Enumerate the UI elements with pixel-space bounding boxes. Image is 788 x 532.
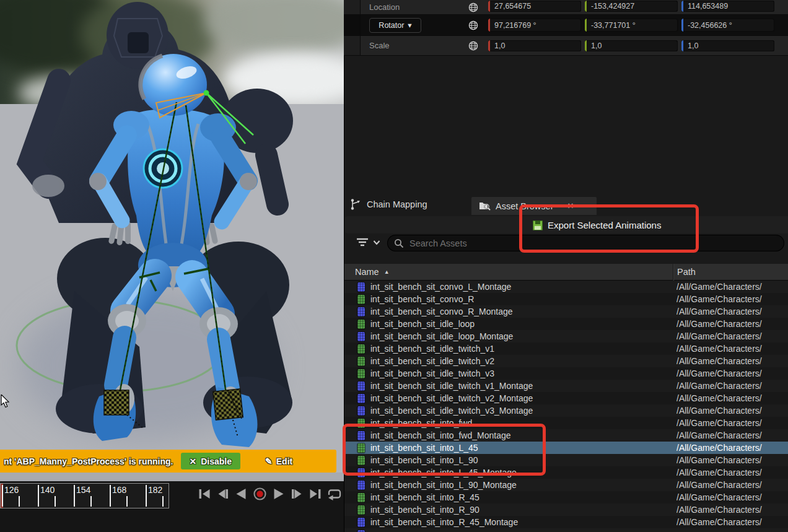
asset-row[interactable]: int_sit_bench_sit_into_R_45/All/Game/Cha… — [344, 491, 788, 504]
asset-path: /All/Game/Characters/ — [676, 430, 788, 440]
animation-montage-icon — [357, 406, 365, 416]
asset-path: /All/Game/Characters/ — [676, 480, 788, 490]
timeline-tick — [2, 485, 3, 507]
asset-row[interactable]: int_sit_bench_sit_into_fwd_Montage/All/G… — [344, 429, 788, 442]
animation-montage-icon — [357, 307, 365, 316]
asset-row[interactable]: int_sit_bench_sit_into_R_45_Montage/All/… — [344, 516, 788, 528]
asset-row[interactable]: int_sit_bench_sit_idle_loop_Montage/All/… — [344, 330, 788, 342]
asset-path: /All/Game/Characters/ — [676, 406, 788, 416]
asset-row[interactable]: int_sit_bench_sit_idle_twitch_v2/All/Gam… — [344, 355, 788, 367]
animation-sequence-icon — [357, 456, 365, 465]
transform-value-field[interactable]: 97,216769 ° — [488, 19, 581, 32]
chevron-down-icon[interactable] — [373, 240, 380, 245]
asset-row[interactable]: int_sit_bench_sit_into_L_45/All/Game/Cha… — [344, 442, 788, 454]
asset-name: int_sit_bench_sit_idle_loop_Montage — [370, 331, 513, 341]
column-header-path[interactable]: Path — [677, 267, 696, 277]
transform-value-field[interactable]: -33,771701 ° — [585, 19, 678, 32]
transform-label: Scale — [361, 41, 462, 50]
transform-value-field[interactable]: 1,0 — [681, 40, 774, 51]
asset-row[interactable]: int_sit_bench_sit_into_L_90_Montage/All/… — [344, 479, 788, 491]
disable-button[interactable]: ✕ Disable — [181, 453, 241, 469]
timeline-ruler[interactable]: 126140154168182 — [0, 483, 169, 508]
globe-icon-wrap[interactable] — [462, 41, 484, 51]
transform-value-field[interactable]: -153,424927 — [585, 1, 678, 12]
play-forward-button[interactable] — [270, 484, 287, 504]
asset-path: /All/Game/Characters/ — [676, 282, 788, 292]
transform-value-field[interactable]: 27,654675 — [488, 1, 581, 12]
play-reverse-icon — [234, 486, 249, 502]
tab-chain-mapping[interactable]: Chain Mapping — [350, 198, 427, 211]
animation-montage-icon — [357, 530, 365, 532]
asset-row[interactable]: int_sit_bench_sit_convo_L_Montage/All/Ga… — [344, 281, 788, 293]
export-selected-animations-button[interactable]: Export Selected Animations — [533, 217, 661, 233]
pencil-icon: ✎ — [265, 456, 273, 466]
globe-icon-wrap[interactable] — [462, 2, 484, 12]
timeline-subtick — [162, 496, 164, 507]
asset-name: int_sit_bench_sit_into_L_45_Montage — [370, 468, 517, 477]
asset-row[interactable]: int_sit_bench_sit_into_R_90/All/Game/Cha… — [344, 504, 788, 516]
transform-value-field[interactable]: 1,0 — [585, 40, 678, 51]
asset-row[interactable]: int_sit_bench_sit_idle_loop/All/Game/Cha… — [344, 318, 788, 330]
globe-icon-wrap[interactable] — [462, 20, 484, 30]
asset-row[interactable]: int_sit_bench_sit_idle_twitch_v2_Montage… — [344, 392, 788, 404]
transform-value-field[interactable]: 114,653489 — [681, 1, 774, 12]
rotator-dropdown[interactable]: Rotator▾ — [369, 18, 421, 33]
step-forward-button[interactable] — [289, 484, 305, 504]
timeline-subtick — [19, 496, 20, 507]
asset-row[interactable]: int_sit_bench_sit_into_L_45_Montage/All/… — [344, 466, 788, 479]
animation-montage-icon — [357, 394, 365, 403]
loop-button[interactable] — [326, 484, 343, 504]
asset-name: int_sit_bench_sit_into_R_45 — [370, 492, 479, 502]
column-header-name[interactable]: Name ▲ — [355, 267, 390, 277]
to-end-button[interactable] — [307, 484, 324, 504]
timeline-tick-label: 182 — [148, 485, 162, 495]
asset-row[interactable]: int_sit_bench_sit_convo_R/All/Game/Chara… — [344, 293, 788, 305]
animation-sequence-icon — [357, 369, 365, 378]
asset-row[interactable]: int_sit_bench_sit_convo_R_Montage/All/Ga… — [344, 305, 788, 318]
animation-sequence-icon — [357, 295, 365, 304]
mouse-cursor-icon — [1, 395, 11, 408]
edit-button[interactable]: ✎ Edit — [265, 456, 292, 466]
timeline-tick — [146, 485, 147, 507]
record-button[interactable] — [252, 484, 268, 504]
search-assets-input[interactable]: Search Assets — [387, 235, 784, 251]
timeline-tick-label: 168 — [112, 485, 126, 495]
column-divider[interactable] — [673, 264, 673, 281]
animation-blueprint-warning-bar: nt 'ABP_Manny_PostProcess' is running. ✕… — [0, 450, 336, 473]
timeline-tick — [110, 485, 111, 507]
animation-montage-icon — [357, 468, 365, 477]
asset-row[interactable]: int_sit_bench_sit_idle_twitch_v3/All/Gam… — [344, 367, 788, 380]
asset-name: int_sit_bench_sit_idle_twitch_v2 — [370, 356, 494, 366]
transform-value-field[interactable]: -32,456626 ° — [681, 19, 774, 32]
asset-name: int_sit_bench_sit_into_R_90 — [370, 505, 479, 515]
tab-close-icon[interactable]: ✕ — [567, 201, 574, 211]
asset-row[interactable]: int_sit_bench_sit_idle_twitch_v1/All/Gam… — [344, 342, 788, 355]
play-reverse-button[interactable] — [233, 484, 250, 504]
asset-name: int_sit_bench_sit_idle_twitch_v1_Montage — [370, 381, 533, 391]
asset-path: /All/Game/Characters/ — [676, 294, 788, 304]
timeline-tick — [38, 485, 39, 507]
to-front-button[interactable] — [196, 484, 212, 504]
viewport-3d[interactable]: nt 'ABP_Manny_PostProcess' is running. ✕… — [0, 0, 344, 481]
asset-row[interactable] — [344, 528, 788, 532]
tab-asset-browser[interactable]: Asset Browser ✕ — [471, 197, 597, 215]
asset-row[interactable]: int_sit_bench_sit_into_L_90/All/Game/Cha… — [344, 454, 788, 466]
filter-icon[interactable] — [356, 237, 369, 248]
timeline-subtick — [126, 496, 128, 507]
transport-controls — [196, 484, 343, 504]
viewport-floor-strip — [0, 473, 344, 481]
asset-row[interactable]: int_sit_bench_sit_into_fwd/All/Game/Char… — [344, 417, 788, 429]
export-selected-animations-label: Export Selected Animations — [548, 220, 661, 230]
asset-name: int_sit_bench_sit_idle_twitch_v3_Montage — [370, 406, 533, 416]
timeline-tick-label: 140 — [40, 485, 55, 495]
animation-sequence-icon — [357, 320, 365, 329]
asset-name: int_sit_bench_sit_into_R_45_Montage — [370, 517, 518, 527]
asset-path: /All/Game/Characters/ — [676, 455, 788, 465]
asset-row[interactable]: int_sit_bench_sit_idle_twitch_v3_Montage… — [344, 404, 788, 417]
asset-path: /All/Game/Characters/ — [676, 443, 788, 453]
to-end-icon — [308, 486, 323, 502]
transform-value-field[interactable]: 1,0 — [488, 40, 581, 51]
transform-row-rotator: Rotator▾97,216769 °-33,771701 °-32,45662… — [344, 15, 788, 36]
asset-row[interactable]: int_sit_bench_sit_idle_twitch_v1_Montage… — [344, 380, 788, 392]
step-backward-button[interactable] — [214, 484, 231, 504]
